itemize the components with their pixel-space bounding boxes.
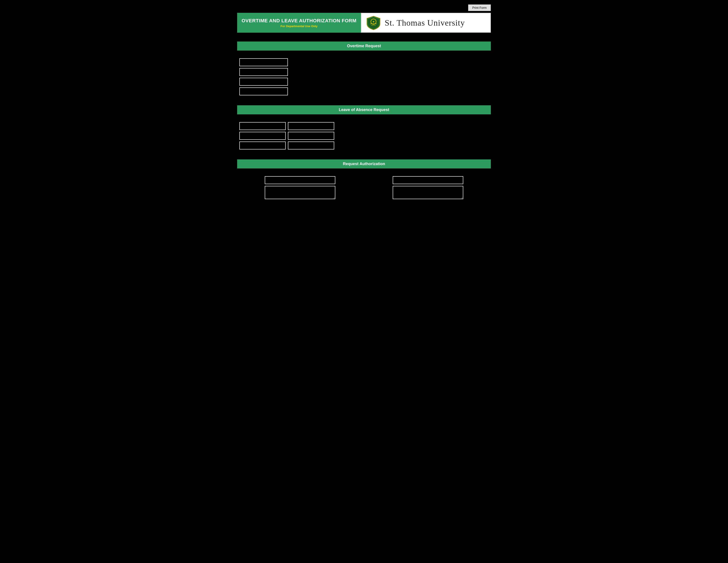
auth-left-field-2[interactable] [265,186,335,199]
auth-left-field-1[interactable] [265,176,335,184]
overtime-field-4[interactable] [239,87,288,95]
print-button[interactable]: Print Form [468,4,491,11]
form-title-sub: For Departmental Use Only [242,24,356,28]
auth-right-field-2[interactable] [393,186,463,199]
page-container: Print Form OVERTIME AND LEAVE AUTHORIZAT… [237,4,491,202]
svg-text:✦: ✦ [372,20,375,23]
university-name: St. Thomas University [385,18,465,28]
leave-field-2[interactable] [288,122,334,130]
header-section: OVERTIME AND LEAVE AUTHORIZATION FORM Fo… [237,13,491,33]
leave-field-3[interactable] [239,132,286,140]
leave-field-4[interactable] [288,132,334,140]
leave-fields-container [237,119,491,153]
leave-field-5[interactable] [239,141,286,149]
authorization-section: Request Authorization [237,159,491,202]
overtime-field-2[interactable] [239,68,288,76]
overtime-field-3[interactable] [239,78,288,86]
auth-left-column [265,176,335,199]
form-title-block: OVERTIME AND LEAVE AUTHORIZATION FORM Fo… [237,13,361,33]
overtime-section-header: Overtime Request [237,41,491,51]
overtime-field-1[interactable] [239,58,288,66]
university-logo-block: ✦ St. Thomas University [361,13,491,33]
auth-right-field-1[interactable] [393,176,463,184]
print-button-container: Print Form [237,4,491,11]
overtime-section: Overtime Request [237,41,491,99]
authorization-section-header: Request Authorization [237,159,491,168]
overtime-fields-container [237,55,491,99]
form-title-main: OVERTIME AND LEAVE AUTHORIZATION FORM [242,18,356,24]
auth-right-column [393,176,463,199]
leave-section-header: Leave of Absence Request [237,105,491,114]
leave-section: Leave of Absence Request [237,105,491,153]
leave-field-1[interactable] [239,122,286,130]
authorization-fields-container [237,173,491,202]
university-shield-icon: ✦ [366,15,381,30]
leave-field-6[interactable] [288,141,334,149]
